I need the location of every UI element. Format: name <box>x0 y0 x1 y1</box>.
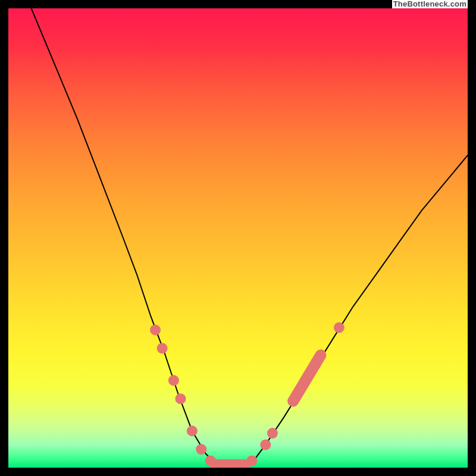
marker-dot <box>150 324 161 335</box>
marker-dot <box>246 455 257 466</box>
bottleneck-chart <box>8 8 468 468</box>
marker-dot <box>260 439 271 450</box>
marker-dot <box>334 322 345 333</box>
marker-dot <box>176 393 186 404</box>
marker-dot <box>295 384 305 395</box>
bottleneck-curve <box>8 8 468 468</box>
marker-dot <box>196 444 206 455</box>
marker-dot <box>157 343 168 353</box>
marker-dot <box>308 361 319 372</box>
marker-dot <box>187 425 198 436</box>
marker-dot <box>315 350 326 361</box>
marker-dot <box>168 375 179 386</box>
watermark-text: TheBottleneck.com <box>392 0 468 8</box>
marker-dot <box>302 372 312 383</box>
marker-dot <box>288 396 299 406</box>
marker-dot <box>267 428 278 439</box>
marker-dots <box>150 322 345 468</box>
